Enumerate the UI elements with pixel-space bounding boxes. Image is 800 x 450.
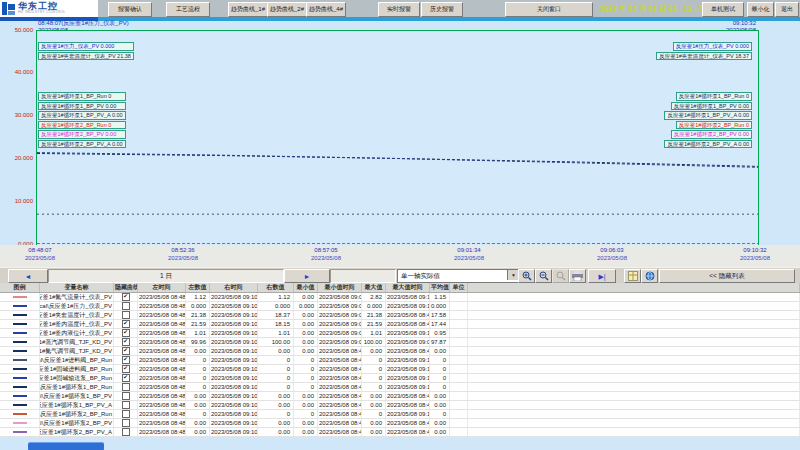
hide-curve-checkbox[interactable] xyxy=(122,410,130,418)
hide-curve-checkbox[interactable] xyxy=(122,383,130,391)
variable-name-cell: \\local\反应釜1#氮气调节阀_TJF_KD_PV xyxy=(40,347,114,355)
y-tick-label: 40.000 xyxy=(1,69,33,76)
trend-curve-2-button[interactable]: 趋势曲线_2# xyxy=(267,2,307,17)
hide-curve-checkbox[interactable]: ✔ xyxy=(122,356,130,364)
right-value-cell: 0 xyxy=(258,365,294,373)
hide-curve-checkbox[interactable] xyxy=(122,392,130,400)
legend-entry[interactable]: 反应釜1#循环泵2_BP_Run 0 xyxy=(38,121,126,130)
zoom-out-button[interactable] xyxy=(535,269,552,283)
variable-name-cell: \\local\反应釜1#循环泵2_BP_Run xyxy=(40,410,114,418)
hide-curve-checkbox[interactable]: ✔ xyxy=(122,329,130,337)
process-flow-button[interactable]: 工艺流程 xyxy=(166,2,210,17)
axis-mode-select[interactable]: 单一轴实际值 ▼ xyxy=(397,269,520,283)
hide-list-button[interactable]: << 隐藏列表 xyxy=(659,269,795,283)
trend-curve-1-button[interactable]: 趋势曲线_1# xyxy=(228,2,268,17)
table-row[interactable]: \\local\反应釜1#氮气流量计_仪表_PV✔2023/05/08 08:4… xyxy=(0,293,800,302)
legend-entry[interactable]: 反应釜1#循环泵2_BP_PV_A 0.00 xyxy=(38,140,126,149)
hide-curve-checkbox[interactable]: ✔ xyxy=(122,338,130,346)
legend-entry[interactable]: 反应釜1#夹套温度计_仪表_PV 18.37 xyxy=(656,52,752,61)
close-window-button[interactable]: 关闭窗口 xyxy=(505,2,593,17)
alarm-ack-button[interactable]: 报警确认 xyxy=(108,2,152,17)
scroll-left-button[interactable]: ◄ xyxy=(8,269,48,283)
minimize-button[interactable]: 最小化 xyxy=(747,2,774,17)
hide-curve-checkbox[interactable]: ✔ xyxy=(122,293,130,301)
table-row[interactable]: \\local\反应釜1#氮气调节阀_TJF_KD_PV✔2023/05/08 … xyxy=(0,347,800,356)
legend-entry[interactable]: 反应釜1#压力_仪表_PV 0.000 xyxy=(38,42,134,51)
legend-entry[interactable]: 反应釜1#循环泵1_BP_Run 0 xyxy=(676,92,752,101)
table-row[interactable]: \\local\反应釜1#夹套温度计_仪表_PV2023/05/08 08:48… xyxy=(0,311,800,320)
right-value-cell: 1.12 xyxy=(258,293,294,301)
trend-curve-4-button[interactable]: 趋势曲线_4# xyxy=(306,2,346,17)
table-row[interactable]: \\local\反应釜1#压力_仪表_PV2023/05/08 08:48:07… xyxy=(0,302,800,311)
spacer-bar xyxy=(330,269,396,283)
x-tick-date: 2023/05/08 xyxy=(153,255,213,262)
legend-swatch-cell xyxy=(0,401,40,409)
top-toolbar: 华东工控 HD INDUSTRY CONTROL 报警确认 工艺流程 趋势曲线_… xyxy=(0,0,800,17)
zoom-reset-button[interactable] xyxy=(552,269,569,283)
table-row[interactable]: \\local\反应釜1#固碱输送泵_BP_Run✔2023/05/08 08:… xyxy=(0,374,800,383)
table-row[interactable]: \\local\反应釜1#釜内温度计_仪表_PV✔2023/05/08 08:4… xyxy=(0,320,800,329)
legend-entry[interactable]: 反应釜1#压力_仪表_PV 0.000 xyxy=(673,42,752,51)
min-time-cell: 2023/05/08 09:09:58 xyxy=(318,302,362,310)
table-row[interactable]: \\local\反应釜1#循环泵2_BP_PV_A2023/05/08 08:4… xyxy=(0,428,800,437)
min-time-cell: 2023/05/08 08:48:07 xyxy=(318,410,362,418)
hide-curve-checkbox[interactable] xyxy=(122,401,130,409)
hide-curve-cell xyxy=(114,428,138,436)
max-time-cell: 2023/05/08 09:10:32 xyxy=(386,374,430,382)
legend-entry[interactable]: 反应釜1#循环泵2_BP_Run 0 xyxy=(676,121,752,130)
legend-entry[interactable]: 反应釜1#循环泵2_BP_PV 0.00 xyxy=(671,130,752,139)
legend-entry[interactable]: 反应釜1#循环泵1_BP_PV 0.00 xyxy=(38,102,126,111)
table-row[interactable]: \\local\反应釜1#循环泵1_BP_PV2023/05/08 08:48:… xyxy=(0,392,800,401)
scroll-right-button[interactable]: ► xyxy=(284,269,330,283)
print-button[interactable] xyxy=(569,269,586,283)
hide-curve-checkbox[interactable]: ✔ xyxy=(122,365,130,373)
hide-curve-cell: ✔ xyxy=(114,320,138,328)
series-color-swatch xyxy=(13,422,27,424)
table-row[interactable]: \\local\反应釜1#循环泵2_BP_Run2023/05/08 08:48… xyxy=(0,410,800,419)
max-time-cell: 2023/05/08 08:48:07 xyxy=(386,419,430,427)
table-row[interactable]: \\local\反应釜1#固碱进料阀_BP_Run✔2023/05/08 08:… xyxy=(0,365,800,374)
history-alarm-button[interactable]: 历史报警 xyxy=(421,2,463,17)
series-color-swatch xyxy=(13,404,27,406)
exit-button[interactable]: 退出 xyxy=(775,2,799,17)
legend-entry[interactable]: 反应釜1#夹套温度计_仪表_PV 21.38 xyxy=(38,52,134,61)
series-color-swatch xyxy=(13,368,27,370)
legend-entry[interactable]: 反应釜1#循环泵1_BP_PV_A 0.00 xyxy=(664,111,752,120)
hide-curve-checkbox[interactable] xyxy=(122,428,130,436)
table-row[interactable]: \\local\反应釜1#循环泵1_BP_Run2023/05/08 08:48… xyxy=(0,383,800,392)
column-header: 右数值 xyxy=(258,283,294,292)
standalone-test-button[interactable]: 单机测试 xyxy=(702,2,744,17)
time-range-label: 1 日 xyxy=(160,272,172,281)
zoom-in-button[interactable] xyxy=(518,269,535,283)
table-row[interactable]: \\local\反应釜1#进料阀_BP_Run✔2023/05/08 08:48… xyxy=(0,356,800,365)
legend-entry[interactable]: 反应釜1#循环泵1_BP_PV_A 0.00 xyxy=(38,111,126,120)
trend-plot[interactable] xyxy=(36,30,759,246)
series-color-swatch xyxy=(13,395,27,397)
arrow-right-icon: ► xyxy=(304,273,311,280)
right-value-cell: 0 xyxy=(258,410,294,418)
taskbar-item[interactable] xyxy=(28,442,104,450)
hide-curve-checkbox[interactable] xyxy=(122,311,130,319)
table-row[interactable]: \\local\反应釜1#循环泵1_BP_PV_A2023/05/08 08:4… xyxy=(0,401,800,410)
legend-entry[interactable]: 反应釜1#循环泵2_BP_PV 0.00 xyxy=(38,130,126,139)
legend-entry[interactable]: 反应釜1#循环泵1_BP_PV 0.00 xyxy=(671,102,752,111)
time-range-bar[interactable]: 1 日 xyxy=(48,269,284,283)
hide-curve-checkbox[interactable]: ✔ xyxy=(122,347,130,355)
data-export-button[interactable] xyxy=(624,269,641,283)
avg-value-cell: 0.00 xyxy=(430,401,450,409)
hide-curve-checkbox[interactable]: ✔ xyxy=(122,320,130,328)
legend-entry[interactable]: 反应釜1#循环泵1_BP_Run 0 xyxy=(38,92,126,101)
table-row[interactable]: \\local\反应釜1#釜内液位计_仪表_PV✔2023/05/08 08:4… xyxy=(0,329,800,338)
realtime-alarm-button[interactable]: 实时报警 xyxy=(378,2,420,17)
left-time-cell: 2023/05/08 08:48:07 xyxy=(138,410,186,418)
table-row[interactable]: \\local\反应釜1#蒸汽调节阀_TJF_KD_PV✔2023/05/08 … xyxy=(0,338,800,347)
legend-entry[interactable]: 反应釜1#循环泵2_BP_PV_A 0.00 xyxy=(664,140,752,149)
settings-button[interactable] xyxy=(641,269,658,283)
table-row[interactable]: \\local\反应釜1#循环泵2_BP_PV2023/05/08 08:48:… xyxy=(0,419,800,428)
hide-curve-checkbox[interactable] xyxy=(122,419,130,427)
variable-name-cell: \\local\反应釜1#釜内温度计_仪表_PV xyxy=(40,320,114,328)
legend-swatch-cell xyxy=(0,374,40,382)
hide-curve-checkbox[interactable] xyxy=(122,302,130,310)
play-step-button[interactable]: ▶| xyxy=(588,269,616,283)
hide-curve-checkbox[interactable]: ✔ xyxy=(122,374,130,382)
